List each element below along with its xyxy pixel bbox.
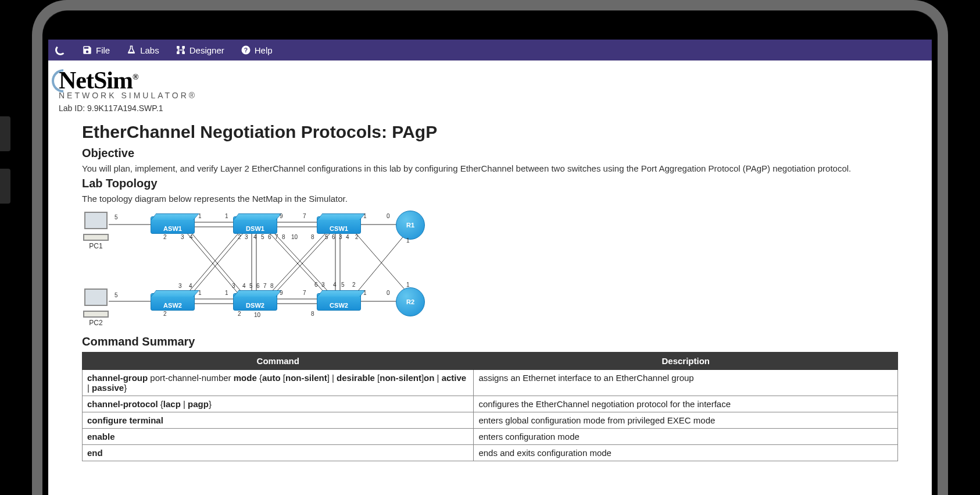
csw1-label: CSW1 [317, 216, 361, 234]
side-tab[interactable] [0, 169, 10, 204]
port-label: 2 [163, 311, 167, 317]
dsw2-label: DSW2 [233, 293, 277, 311]
description-cell: configures the EtherChannel negotiation … [474, 396, 898, 412]
command-cell: configure terminal [83, 412, 474, 429]
tablet-frame: File Labs Designer ? Help [32, 0, 948, 495]
objective-text: You will plan, implement, and verify Lay… [82, 162, 898, 175]
logo-block: NetSim® NETWORK SIMULATOR® Lab ID: 9.9K1… [59, 66, 921, 113]
description-cell: enters configuration mode [474, 429, 898, 445]
port-label: 2 [163, 234, 167, 240]
logo-main: NetSim® [59, 66, 138, 94]
port-label: 10 [254, 312, 260, 318]
port-label: 8 [270, 283, 274, 289]
port-label: 9 [280, 213, 283, 219]
help-icon: ? [241, 45, 251, 55]
command-cell: enable [83, 429, 474, 445]
svg-rect-1 [183, 46, 185, 48]
port-label: 6 [314, 282, 318, 288]
port-label: 5 [261, 234, 264, 240]
menu-designer-label: Designer [189, 45, 224, 55]
command-cell: channel-group port-channel-number mode {… [83, 370, 474, 396]
port-label: 5 [115, 292, 118, 298]
asw2-device[interactable]: ASW2 [151, 293, 195, 311]
flask-icon [126, 45, 137, 55]
menu-labs[interactable]: Labs [126, 45, 159, 55]
port-label: 3 [339, 234, 342, 240]
side-tab[interactable] [0, 116, 10, 151]
port-label: 5 [325, 234, 328, 240]
port-label: 4 [242, 283, 246, 289]
lab-id: Lab ID: 9.9K117A194.SWP.1 [59, 104, 921, 113]
port-label: 4 [189, 234, 193, 240]
csw2-label: CSW2 [317, 293, 361, 311]
port-label: 2 [352, 282, 356, 288]
document-body: EtherChannel Negotiation Protocols: PAgP… [59, 114, 921, 461]
pc1-label: PC1 [83, 242, 109, 250]
port-label: 4 [346, 234, 349, 240]
port-label: 7 [303, 290, 306, 296]
logo-subtitle: NETWORK SIMULATOR® [59, 91, 921, 100]
description-cell: ends and exits configuration mode [474, 445, 898, 461]
csw2-device[interactable]: CSW2 [317, 293, 361, 311]
port-label: 8 [311, 311, 314, 317]
pc2-label: PC2 [83, 319, 109, 327]
csw1-device[interactable]: CSW1 [317, 216, 361, 234]
port-label: 4 [333, 282, 337, 288]
r2-label: R2 [396, 287, 425, 316]
port-label: 9 [280, 290, 283, 296]
port-label: 3 [321, 282, 325, 288]
menu-file[interactable]: File [82, 45, 110, 55]
port-label: 2 [238, 311, 241, 317]
port-label: 1 [406, 237, 410, 244]
port-label: 2 [238, 234, 241, 240]
loading-spinner-icon [55, 45, 66, 55]
port-label: 3 [181, 234, 184, 240]
port-label: 1 [198, 290, 202, 296]
port-label: 1 [225, 290, 228, 296]
r2-device[interactable]: R2 [396, 287, 425, 316]
app-screen: File Labs Designer ? Help [48, 40, 932, 495]
port-label: 1 [363, 290, 367, 296]
dsw1-label: DSW1 [233, 216, 277, 234]
pc2-device[interactable]: PC2 [83, 289, 109, 318]
menu-labs-label: Labs [140, 45, 159, 55]
menu-help[interactable]: ? Help [241, 45, 273, 55]
th-description: Description [474, 352, 898, 370]
description-cell: enters global configuration mode from pr… [474, 412, 898, 429]
dsw1-device[interactable]: DSW1 [233, 216, 277, 234]
menu-file-label: File [96, 45, 110, 55]
port-label: 6 [256, 283, 260, 289]
topology-diagram: PC1 5 ASW1 1 1 2 3 4 DSW1 2 3 4 5 [82, 208, 460, 330]
port-label: 5 [341, 282, 345, 288]
port-label: 0 [387, 290, 390, 296]
svg-line-31 [355, 232, 407, 294]
dsw2-device[interactable]: DSW2 [233, 293, 277, 311]
port-label: 5 [115, 214, 118, 220]
content-area: NetSim® NETWORK SIMULATOR® Lab ID: 9.9K1… [48, 60, 932, 495]
menu-help-label: Help [255, 45, 273, 55]
port-label: 4 [253, 234, 257, 240]
port-label: 3 [232, 283, 235, 289]
asw1-device[interactable]: ASW1 [151, 216, 195, 234]
port-label: 3 [245, 234, 248, 240]
port-label: 3 [178, 283, 182, 289]
port-label: 1 [198, 213, 202, 219]
page-title: EtherChannel Negotiation Protocols: PAgP [82, 122, 898, 142]
asw1-label: ASW1 [151, 216, 195, 234]
menu-bar: File Labs Designer ? Help [48, 40, 932, 60]
topology-heading: Lab Topology [82, 177, 898, 190]
svg-rect-2 [177, 52, 179, 54]
table-row: channel-protocol {lacp | pagp}configures… [83, 396, 898, 412]
command-summary-heading: Command Summary [82, 335, 898, 348]
port-label: 1 [225, 213, 228, 219]
port-label: 4 [189, 283, 192, 289]
pc1-device[interactable]: PC1 [83, 212, 109, 241]
objective-heading: Objective [82, 147, 898, 160]
lab-id-label: Lab ID: [59, 104, 87, 113]
lab-id-value: 9.9K117A194.SWP.1 [87, 104, 163, 113]
menu-designer[interactable]: Designer [176, 45, 224, 55]
port-label: 7 [263, 283, 267, 289]
port-label: 7 [303, 213, 306, 219]
port-label: 10 [291, 234, 298, 240]
r1-device[interactable]: R1 [396, 211, 425, 240]
